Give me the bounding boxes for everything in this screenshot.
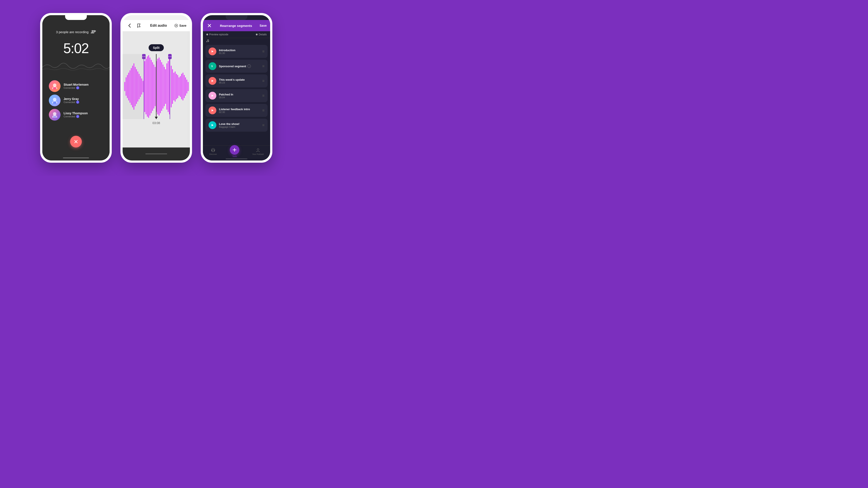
svg-rect-54 (175, 71, 176, 101)
drag-handle-patched-in[interactable]: ≡ (262, 94, 265, 98)
rearrange-topbar: Rearrange segments Save (203, 20, 270, 31)
segment-introduction[interactable]: Introduction 01:30 ≡ (206, 45, 268, 58)
drag-handle-sponsored[interactable]: ≡ (262, 64, 265, 69)
svg-marker-87 (212, 124, 214, 126)
notch-2 (145, 15, 167, 20)
svg-rect-45 (162, 64, 163, 109)
svg-rect-62 (185, 77, 186, 96)
svg-rect-42 (159, 58, 159, 116)
svg-rect-31 (144, 61, 145, 112)
drag-handle-love-show[interactable]: ≡ (262, 123, 265, 128)
svg-marker-14 (176, 25, 177, 26)
segment-weekly-update[interactable]: This week's update 05:23 ≡ (206, 74, 268, 88)
svg-rect-34 (148, 55, 149, 118)
svg-rect-61 (184, 75, 185, 98)
svg-rect-28 (140, 76, 141, 97)
add-fab-button[interactable] (230, 145, 239, 155)
svg-rect-29 (141, 78, 142, 95)
participant-status-lissy: Connected (64, 115, 88, 118)
drag-handle-introduction[interactable]: ≡ (262, 49, 265, 54)
participant-status-jerry: Connected (64, 101, 79, 104)
svg-rect-43 (160, 60, 161, 113)
svg-point-0 (92, 30, 93, 32)
svg-rect-24 (135, 67, 135, 106)
person-icon (256, 148, 260, 153)
segment-title-introduction: Introduction (219, 48, 259, 52)
segment-time-listener-feedback: 02:30 (219, 111, 259, 113)
end-call-button[interactable] (70, 136, 82, 148)
waveform-container[interactable] (123, 54, 190, 119)
participant-jerry: Jerry Gray Connected (49, 95, 103, 106)
participant-stuart: Stuart Mortensen Connected (49, 80, 103, 92)
play-button-sponsored[interactable]: $ (209, 62, 216, 70)
svg-rect-16 (124, 82, 125, 91)
participant-lissy: Lissy Thompson Connected (49, 109, 103, 121)
tab-details[interactable]: Details (256, 33, 267, 36)
timer-display: 5:02 (63, 40, 89, 56)
people-icon (91, 30, 96, 34)
play-button-patched-in[interactable] (209, 92, 216, 100)
nav-discover-label: Discover (209, 153, 217, 155)
participant-name-stuart: Stuart Mortensen (64, 83, 89, 86)
svg-rect-37 (152, 62, 153, 111)
segment-title-sponsored: Sponsored segment (219, 65, 246, 68)
svg-marker-85 (212, 95, 214, 97)
participant-status-stuart: Connected (64, 86, 89, 89)
segment-love-show[interactable]: Love the show! Baggage Claim ≡ (206, 119, 268, 132)
split-button[interactable]: Split (149, 44, 164, 51)
participant-name-lissy: Lissy Thompson (64, 111, 88, 115)
play-button-listener-feedback[interactable] (209, 106, 216, 114)
svg-rect-51 (171, 66, 172, 107)
nav-your-podcast[interactable]: Your Podcast (252, 148, 264, 155)
rearrange-save-button[interactable]: Save (259, 24, 267, 27)
svg-rect-32 (146, 59, 147, 114)
play-button-love-show[interactable] (209, 121, 216, 129)
svg-rect-46 (164, 67, 165, 106)
play-button-introduction[interactable] (209, 47, 216, 55)
svg-rect-44 (161, 62, 162, 111)
tab-preview[interactable]: Preview episode (206, 33, 228, 36)
svg-marker-86 (212, 109, 214, 111)
close-button[interactable] (206, 23, 212, 29)
drag-handle-weekly-update[interactable]: ≡ (262, 79, 265, 83)
svg-rect-7 (53, 101, 56, 104)
svg-rect-52 (172, 69, 173, 104)
svg-point-74 (168, 56, 169, 57)
save-button[interactable]: Save (175, 24, 186, 27)
svg-rect-55 (176, 74, 177, 99)
play-button-weekly-update[interactable] (209, 77, 216, 85)
headphones-icon (211, 148, 215, 153)
segment-patched-in[interactable]: Patched In 00:04 ≡ (206, 89, 268, 102)
avatar-stuart (49, 80, 61, 92)
drag-handle-listener-feedback[interactable]: ≡ (262, 108, 265, 113)
bottom-bar (123, 148, 190, 161)
svg-marker-71 (155, 117, 158, 119)
svg-point-75 (170, 56, 171, 57)
svg-rect-39 (155, 67, 156, 106)
svg-rect-36 (151, 60, 152, 113)
svg-rect-9 (53, 116, 56, 118)
svg-rect-64 (188, 82, 189, 91)
svg-rect-25 (136, 69, 137, 104)
phone-rearrange: Rearrange segments Save Preview episode … (201, 13, 272, 163)
notch-3 (226, 15, 247, 20)
nav-tools[interactable]: Tools (230, 148, 239, 158)
svg-rect-21 (131, 68, 132, 105)
subtabs: Preview episode Details (203, 31, 270, 38)
nav-discover[interactable]: Discover (209, 148, 217, 155)
segment-time-introduction: 01:30 (219, 52, 259, 55)
svg-marker-84 (212, 80, 214, 82)
segments-list: Introduction 01:30 ≡ $ Sponsored segmen (203, 43, 270, 145)
svg-rect-17 (126, 77, 126, 96)
phone-edit-audio: Edit audio Save Split (120, 13, 192, 163)
flag-button[interactable] (135, 22, 143, 29)
waveform-timestamp: 03:08 (152, 121, 160, 125)
svg-rect-58 (180, 76, 181, 97)
back-button[interactable] (126, 22, 133, 29)
svg-rect-20 (129, 70, 130, 103)
nav-your-podcast-label: Your Podcast (252, 153, 264, 155)
svg-rect-63 (186, 79, 187, 94)
segment-sponsored[interactable]: $ Sponsored segment i ≡ (206, 60, 268, 73)
segment-listener-feedback[interactable]: Listener feedback intro 02:30 ≡ (206, 104, 268, 117)
avatar-lissy (49, 109, 61, 121)
